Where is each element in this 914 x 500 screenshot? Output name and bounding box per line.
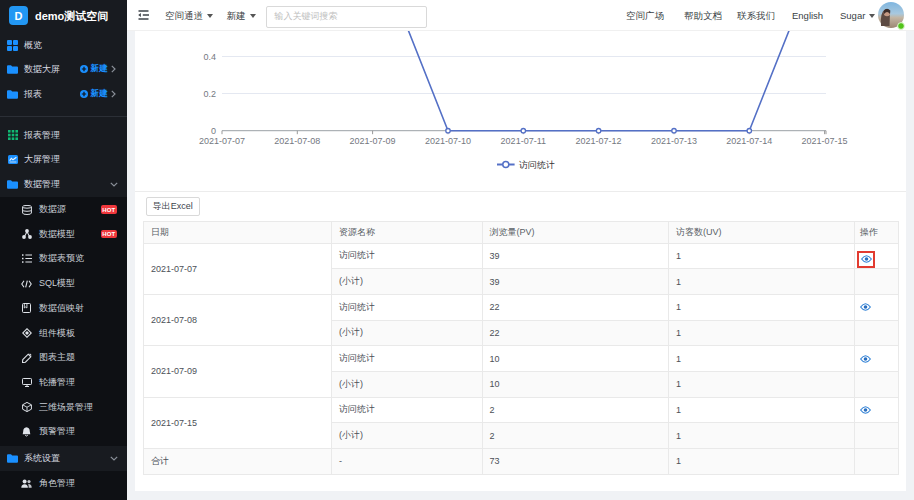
svg-text:2021-07-09: 2021-07-09 (350, 136, 396, 146)
svg-text:2021-07-08: 2021-07-08 (274, 136, 320, 146)
svg-text:2021-07-13: 2021-07-13 (651, 136, 697, 146)
svg-text:访问统计: 访问统计 (518, 160, 555, 170)
svg-text:2021-07-15: 2021-07-15 (802, 136, 848, 146)
svg-text:2021-07-14: 2021-07-14 (726, 136, 772, 146)
svg-text:2021-07-07: 2021-07-07 (199, 136, 245, 146)
svg-text:2021-07-10: 2021-07-10 (425, 136, 471, 146)
svg-text:2021-07-12: 2021-07-12 (576, 136, 622, 146)
svg-text:0.2: 0.2 (203, 89, 216, 99)
svg-text:2021-07-11: 2021-07-11 (501, 136, 546, 146)
svg-text:0.4: 0.4 (203, 52, 216, 62)
svg-text:0: 0 (211, 126, 216, 136)
